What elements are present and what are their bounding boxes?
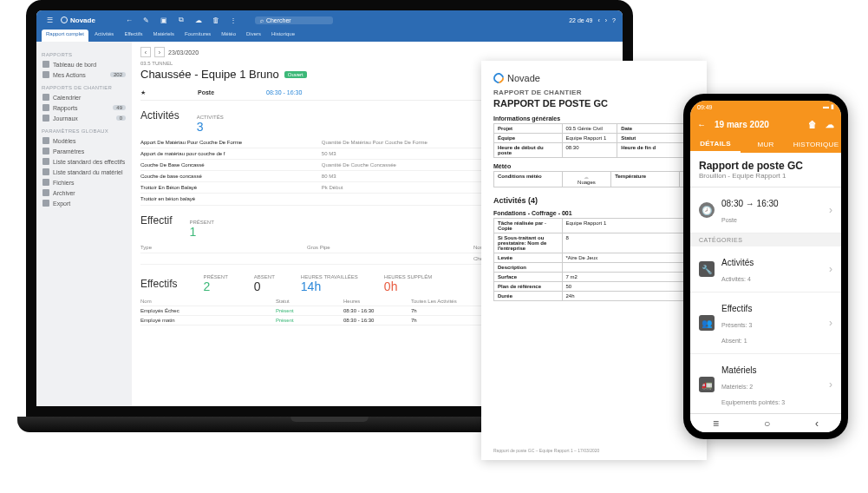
tab-full-report[interactable]: Rapport complet	[42, 30, 88, 42]
poste-label: Poste	[198, 89, 214, 96]
tab-history[interactable]: HISTORIQUE	[791, 135, 841, 153]
more-icon[interactable]: ⋮	[227, 14, 239, 26]
tab-historique[interactable]: Historique	[267, 30, 299, 42]
sidebar-item-export[interactable]: Export	[40, 198, 128, 208]
back-icon[interactable]: ←	[697, 120, 706, 129]
sidebar-section-site-reports: Rapports de chantier	[42, 85, 127, 90]
date-next-button[interactable]: ›	[154, 47, 165, 57]
tab-details[interactable]: DÉTAILS	[690, 135, 741, 153]
header-date: 19 mars 2020	[715, 120, 769, 129]
paper-activity-subheading: Fondations - Coffrage - 001	[493, 210, 695, 216]
trash-icon[interactable]: 🗑	[808, 120, 817, 129]
sidebar-item-calendar[interactable]: Calendrier	[40, 92, 128, 102]
star-icon[interactable]: ★	[140, 89, 146, 96]
category-materiels[interactable]: 🚛 MatérielsMatériels: 2 Equipements poin…	[690, 354, 841, 413]
paper-weather-heading: Météo	[493, 163, 695, 169]
stat-overtime: 0h	[384, 279, 398, 293]
stat-hours: 14h	[301, 279, 321, 293]
search-icon: ⌕	[260, 17, 264, 23]
paper-info-table: Projet03.5 Génie CivilDate ÉquipeEquipe …	[493, 123, 695, 158]
category-effectifs[interactable]: 👥 EffectifsPrésents: 3 Absent: 1 ›	[690, 293, 841, 354]
camera-icon[interactable]: ▣	[158, 14, 170, 26]
chevron-right-icon: ›	[829, 263, 832, 275]
chevron-right-icon: ›	[829, 204, 832, 216]
cloud-icon[interactable]: ☁	[193, 14, 205, 26]
pager-text: 22 de 49	[569, 17, 592, 23]
category-activites[interactable]: 🔧 ActivitésActivités: 4 ›	[690, 246, 841, 293]
phone-frame: 09:49 ▬ ▮ ← 19 mars 2020 🗑 ☁ DÉTAILS MUR…	[683, 94, 848, 439]
report-title-card: Rapport de poste GC Brouillon - Equipe R…	[690, 153, 841, 187]
reports-icon	[42, 104, 49, 111]
effectif-count: 1	[189, 225, 196, 239]
folder-icon	[42, 179, 49, 186]
status-badge: Ouvert	[284, 71, 307, 78]
search-input[interactable]: ⌕ Chercher	[255, 16, 333, 24]
menu-icon[interactable]: ☰	[43, 14, 55, 26]
stat-present: 2	[203, 279, 210, 293]
tab-effectifs[interactable]: Effectifs	[120, 30, 147, 42]
sidebar-item-logs[interactable]: Journaux0	[40, 113, 128, 123]
pdf-report: Novade RAPPORT DE CHANTIER RAPPORT DE PO…	[481, 61, 707, 460]
edit-icon[interactable]: ✎	[140, 14, 153, 26]
sidebar-section-global: Paramètres globaux	[42, 128, 127, 134]
help-icon[interactable]: ?	[612, 17, 616, 23]
brand-logo: Novade	[61, 16, 95, 24]
current-date: 23/03/2020	[168, 49, 199, 56]
list-icon	[42, 158, 49, 165]
people-icon: 👥	[699, 315, 715, 331]
nav-back-icon[interactable]: ‹	[815, 417, 819, 430]
paper-title: RAPPORT DE POSTE GC	[493, 98, 695, 108]
poste-row[interactable]: 🕗 08:30 → 16:30Poste ›	[690, 187, 841, 233]
report-title: Rapport de poste GC	[699, 160, 832, 172]
signal-icon: ▬ ▮	[823, 103, 834, 110]
sidebar-item-stdequip[interactable]: Liste standard du matériel	[40, 167, 128, 177]
tab-fournitures[interactable]: Fournitures	[180, 30, 215, 42]
categories-heading: CATÉGORIES	[690, 233, 841, 246]
actions-icon	[42, 71, 49, 78]
tab-wall[interactable]: MUR	[741, 135, 791, 153]
tab-divers[interactable]: Divers	[242, 30, 265, 42]
wrench-icon: 🔧	[699, 261, 715, 277]
nav-recent-icon[interactable]: ≡	[713, 417, 719, 430]
nav-home-icon[interactable]: ○	[764, 417, 770, 430]
sidebar-item-templates[interactable]: Modèles	[40, 135, 128, 146]
phone-nav-bar: ≡ ○ ‹	[690, 413, 841, 432]
mobile-app: 09:49 ▬ ▮ ← 19 mars 2020 🗑 ☁ DÉTAILS MUR…	[690, 101, 841, 432]
tab-meteo[interactable]: Météo	[217, 30, 240, 42]
paper-weather-table: Conditions météo☁NuagesTempérature	[493, 171, 695, 187]
copy-icon[interactable]: ⧉	[175, 14, 187, 26]
trash-icon[interactable]: 🗑	[210, 14, 222, 26]
report-subtitle: Brouillon - Equipe Rapport 1	[699, 172, 832, 180]
sidebar-item-stdworkers[interactable]: Liste standard des effectifs	[40, 156, 128, 167]
brand-ring-icon	[492, 71, 506, 86]
list-icon	[42, 168, 49, 175]
phone-tabs: DÉTAILS MUR HISTORIQUE	[690, 135, 841, 153]
back-icon[interactable]: ←	[123, 14, 135, 26]
sidebar-item-archive[interactable]: Archiver	[40, 187, 128, 198]
cloud-download-icon[interactable]: ☁	[826, 120, 834, 129]
archive-icon	[42, 189, 49, 196]
prev-icon[interactable]: ‹	[597, 17, 599, 23]
tab-activites[interactable]: Activités	[90, 30, 118, 42]
sidebar-item-reports[interactable]: Rapports49	[40, 102, 128, 113]
paper-activity-table: Tâche réalisée par - CopieEquipe Rapport…	[493, 218, 695, 301]
gear-icon	[42, 148, 49, 154]
truck-icon: 🚛	[699, 377, 715, 392]
chevron-right-icon: ›	[829, 378, 832, 391]
next-icon[interactable]: ›	[605, 17, 607, 23]
sidebar-item-settings[interactable]: Paramètres	[40, 146, 128, 156]
tab-materiels[interactable]: Matériels	[149, 30, 179, 42]
section-effectif: Effectif	[140, 214, 172, 227]
sidebar-item-myactions[interactable]: Mes Actions202	[40, 69, 128, 80]
date-prev-button[interactable]: ‹	[140, 47, 151, 57]
report-tabs: Rapport complet Activités Effectifs Maté…	[36, 30, 623, 42]
sidebar-item-dashboard[interactable]: Tableau de bord	[40, 59, 128, 69]
clock-icon: 🕗	[699, 202, 715, 218]
sidebar-section-reports: Rapports	[42, 52, 127, 57]
paper-subtitle: RAPPORT DE CHANTIER	[493, 89, 695, 96]
section-effectifs: Effectifs	[140, 278, 177, 290]
sidebar-item-files[interactable]: Fichiers	[40, 177, 128, 187]
paper-footer: Rapport de poste GC – Equipe Rapport 1 –…	[493, 448, 599, 453]
phone-statusbar: 09:49 ▬ ▮	[690, 101, 841, 113]
paper-info-heading: Informations générales	[493, 115, 695, 122]
